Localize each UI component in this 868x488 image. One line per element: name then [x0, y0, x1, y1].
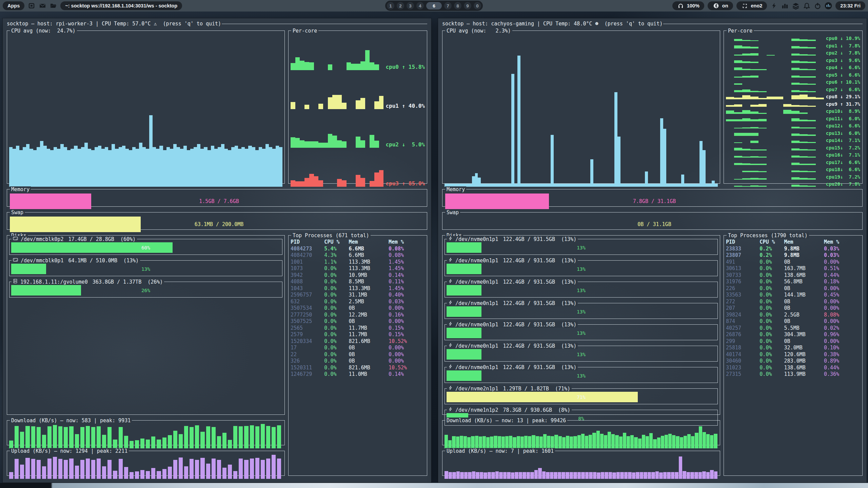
chart-bar [91, 150, 95, 187]
chart-bar [566, 472, 569, 479]
chart-bar [244, 426, 248, 448]
chart-bar [40, 141, 43, 187]
spark-bar [750, 178, 758, 179]
window-icon[interactable] [28, 2, 35, 9]
process-row: 4910.0%0B0.00% [726, 259, 860, 266]
process-row: 39420.0%10.9MB0.14% [291, 272, 425, 279]
chart-bar [554, 184, 557, 187]
chart-bar [681, 175, 684, 187]
spark-bar [750, 105, 758, 106]
disk-name: /dev/nvme0n1p1 [455, 300, 498, 306]
monitor-logo-icon[interactable] [825, 2, 832, 9]
bell-icon[interactable] [803, 2, 810, 9]
spark-bar [750, 62, 758, 63]
core-row-cpu10: cpu10↓ 8.9% [726, 107, 860, 114]
spark-bar [304, 178, 309, 187]
chart-bar [250, 459, 254, 479]
chart-bar [693, 184, 696, 187]
spark-bar [808, 186, 816, 187]
chart-bar [248, 146, 252, 187]
chart-bar [19, 150, 23, 187]
chart-bar [546, 472, 550, 479]
chart-bar [609, 472, 612, 479]
chart-bar [675, 184, 678, 187]
chart-bar [606, 184, 609, 187]
chart-bar [642, 435, 645, 448]
spark-bar [800, 39, 808, 41]
spark-bar [304, 141, 309, 148]
chart-bar [75, 434, 79, 448]
terminal-left[interactable]: socktop — host: rpi-worker-3 | CPU Temp:… [3, 18, 431, 483]
chart-bar [91, 460, 95, 479]
spark-bar [758, 113, 767, 114]
chart-bar [632, 472, 636, 479]
core-label: cpu4↓ 6.6% [826, 65, 860, 70]
spark-bar [742, 163, 750, 165]
process-row: 25790.0%11.7MB0.15% [291, 331, 425, 338]
window-title-pill[interactable]: ~: socktop ws://192.168.1.104:3031/ws - … [60, 1, 182, 10]
chart-bar [589, 435, 592, 448]
chart-bar [64, 147, 67, 187]
workspace-button-0[interactable]: 0 [474, 2, 481, 9]
workspace-button-9[interactable]: 9 [464, 2, 471, 9]
mail-icon[interactable] [39, 2, 46, 9]
core-sparkline [726, 79, 824, 85]
bluetooth-pill[interactable]: on [708, 1, 733, 10]
disk-box: /dev/nvme0n1p1122.4GB / 931.5GB (13%)13% [445, 282, 718, 298]
chart-bar [666, 184, 669, 187]
chart-bar [655, 471, 659, 479]
clock-pill[interactable]: 23:32 Fri [835, 1, 865, 10]
chart-bar [665, 435, 668, 448]
disk-detail: 1.29TB / 1.82TB (71%) [503, 386, 570, 392]
spark-bar [742, 186, 750, 187]
chart-bar [517, 56, 520, 187]
chart-bar [616, 472, 620, 479]
spark-bar [808, 142, 816, 143]
upload-chart [445, 454, 718, 479]
power-icon[interactable] [814, 2, 821, 9]
chart-bar [136, 149, 139, 187]
spark-bar [791, 148, 800, 150]
volume-pill[interactable]: 100% [672, 1, 704, 10]
core-label: cpu1↓ 7.8% [826, 43, 860, 48]
cpu-avg-panel: CPU avg (now: 24.7%) [7, 30, 285, 184]
chart-bar [577, 435, 581, 448]
chart-bar [9, 441, 13, 448]
bolt-icon[interactable] [770, 2, 778, 9]
stats-icon[interactable] [781, 2, 789, 9]
memory-title: Memory [445, 186, 466, 192]
workspace-button-3[interactable]: 3 [407, 2, 414, 9]
workspace-button-2[interactable]: 2 [397, 2, 404, 9]
chart-bar [277, 425, 281, 448]
chart-bar [124, 467, 128, 479]
workspace-button-4[interactable]: 4 [416, 2, 424, 9]
workspace-button-6[interactable]: 6 [426, 2, 442, 9]
topbar-left-group: Apps ~: socktop ws://192.168.1.104:3031/… [3, 1, 182, 10]
terminal-right[interactable]: socktop — host: cachyos-gaming | CPU Tem… [438, 18, 867, 483]
chart-bar [645, 171, 648, 187]
folder-icon[interactable] [50, 2, 57, 9]
swap-panel: Swap 63.1MB / 200.0MB [7, 212, 427, 230]
core-label: cpu19↓ 7.2% [826, 174, 860, 180]
core-sparkline [726, 57, 824, 63]
network-pill[interactable]: eno2 [736, 1, 767, 10]
apps-button[interactable]: Apps [3, 1, 24, 10]
chart-bar [97, 459, 101, 479]
spark-bar [758, 171, 767, 172]
workspace-button-7[interactable]: 7 [444, 2, 452, 9]
process-row: 15203110.0%821.6MB10.52% [291, 365, 425, 371]
layers-icon[interactable] [792, 2, 800, 9]
chart-bar [648, 472, 651, 479]
download-chart [445, 424, 718, 448]
chart-bar [84, 143, 88, 187]
chart-bar [605, 472, 608, 479]
spark-bar [309, 62, 314, 70]
spark-bar [337, 179, 342, 187]
chart-bar [491, 472, 495, 479]
spark-bar [734, 112, 742, 114]
chart-bar [15, 459, 19, 479]
workspace-button-8[interactable]: 8 [454, 2, 461, 9]
workspace-button-1[interactable]: 1 [387, 2, 394, 9]
chart-bar [460, 472, 464, 479]
spark-bar [791, 46, 800, 48]
